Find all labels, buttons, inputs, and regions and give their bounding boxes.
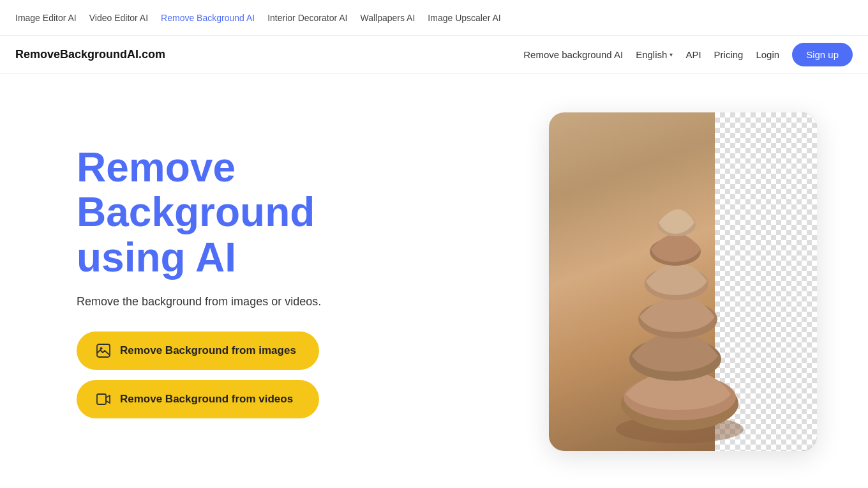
language-selector[interactable]: English ▾ <box>636 49 673 60</box>
api-link[interactable]: API <box>685 49 701 60</box>
image-icon <box>94 342 112 360</box>
remove-bg-images-button[interactable]: Remove Background from images <box>77 332 319 370</box>
hero-buttons: Remove Background from images Remove Bac… <box>77 332 319 418</box>
remove-bg-videos-label: Remove Background from videos <box>120 393 293 406</box>
nav-wallpapers[interactable]: Wallpapers AI <box>360 13 415 23</box>
nav-image-upscaler[interactable]: Image Upscaler AI <box>428 13 500 23</box>
main-nav-right: Remove background AI English ▾ API Prici… <box>523 43 853 66</box>
login-link[interactable]: Login <box>756 49 779 60</box>
hero-subtitle: Remove the background from images or vid… <box>77 295 434 309</box>
signup-button[interactable]: Sign up <box>792 43 853 66</box>
rock-stack-illustration <box>581 142 785 451</box>
hero-section: Remove Background using AI Remove the ba… <box>0 74 868 488</box>
svg-point-1 <box>100 347 103 350</box>
hero-right <box>549 112 817 451</box>
hero-image-card <box>549 112 817 451</box>
hero-title: Remove Background using AI <box>77 145 434 280</box>
chevron-down-icon: ▾ <box>670 51 673 58</box>
hero-left: Remove Background using AI Remove the ba… <box>77 145 434 418</box>
pricing-link[interactable]: Pricing <box>714 49 744 60</box>
nav-image-editor[interactable]: Image Editor AI <box>15 13 77 23</box>
remove-bg-nav-link[interactable]: Remove background AI <box>523 49 623 60</box>
main-nav: RemoveBackgroundAI.com Remove background… <box>0 36 868 74</box>
svg-rect-2 <box>97 394 106 404</box>
nav-video-editor[interactable]: Video Editor AI <box>89 13 148 23</box>
logo[interactable]: RemoveBackgroundAI.com <box>15 48 165 61</box>
top-nav-links: Image Editor AI Video Editor AI Remove B… <box>15 13 501 23</box>
language-label: English <box>636 49 667 60</box>
nav-interior-decorator[interactable]: Interior Decorator AI <box>267 13 347 23</box>
remove-bg-videos-button[interactable]: Remove Background from videos <box>77 380 319 418</box>
top-nav: Image Editor AI Video Editor AI Remove B… <box>0 0 868 36</box>
remove-bg-images-label: Remove Background from images <box>120 344 296 357</box>
nav-remove-bg[interactable]: Remove Background AI <box>161 13 255 23</box>
video-icon <box>94 390 112 408</box>
